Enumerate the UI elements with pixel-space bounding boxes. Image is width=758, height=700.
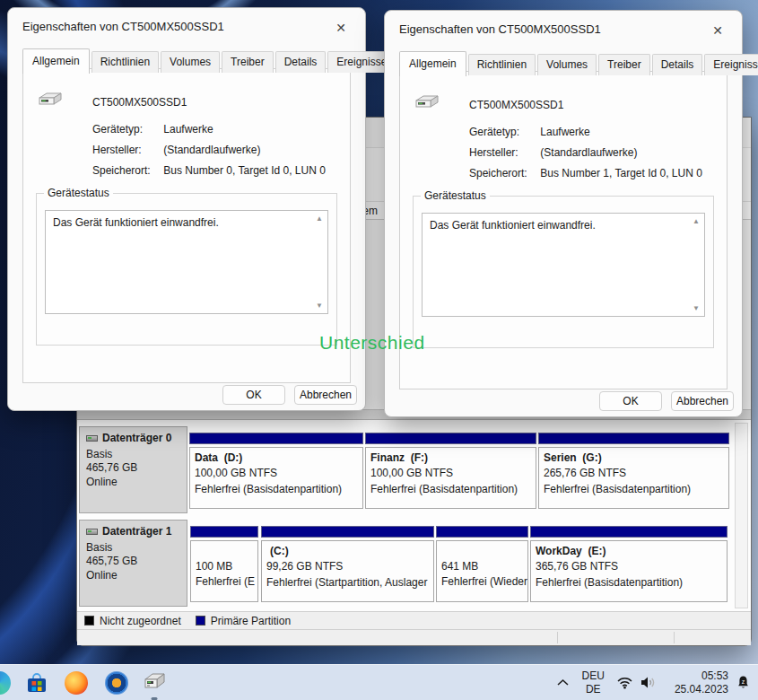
field-hersteller: Hersteller: (Standardlaufwerke) <box>92 144 341 156</box>
tab-strip: Allgemein Richtlinien Volumes Treiber De… <box>399 54 758 75</box>
language-indicator[interactable]: DEU DE <box>582 669 605 696</box>
partition-workday-e[interactable]: WorkDay (E:) 365,76 GB NTFS Fehlerfrei (… <box>530 526 728 602</box>
device-status-text: Das Gerät funktioniert einwandfrei. <box>53 216 306 229</box>
disk-0-label[interactable]: Datenträger 0 Basis 465,76 GB Online <box>79 426 187 513</box>
ok-button[interactable]: OK <box>599 391 662 411</box>
tab-treiber[interactable]: Treiber <box>222 51 274 73</box>
tab-treiber[interactable]: Treiber <box>598 54 650 75</box>
device-name: CT500MX500SSD1 <box>92 96 187 109</box>
tab-strip: Allgemein Richtlinien Volumes Treiber De… <box>22 51 397 73</box>
unallocated-swatch <box>84 616 94 626</box>
partition-system-reserved[interactable]: 100 MB Fehlerfrei (E <box>190 526 258 602</box>
vertical-scrollbar[interactable] <box>735 423 748 608</box>
groupbox-title: Gerätestatus <box>44 187 113 199</box>
taskbar: DEU DE 05:53 25.04.2023 <box>0 664 758 700</box>
scroll-up-icon[interactable]: ▲ <box>314 214 325 223</box>
device-status-text: Das Gerät funktioniert einwandfrei. <box>430 219 683 232</box>
disk-management-app-icon[interactable] <box>143 671 166 695</box>
disk-status: Online <box>86 569 180 583</box>
microsoft-store-icon[interactable] <box>25 671 48 695</box>
scroll-down-icon[interactable]: ▼ <box>314 302 325 310</box>
scroll-down-icon[interactable]: ▼ <box>691 304 701 312</box>
close-icon[interactable]: ✕ <box>704 19 731 42</box>
cancel-button[interactable]: Abbrechen <box>294 385 357 405</box>
partition-color-bar <box>190 526 258 538</box>
legend-primary-partition: Primäre Partition <box>196 615 291 627</box>
volume-icon[interactable] <box>640 676 657 689</box>
legend-label: Primäre Partition <box>211 615 291 627</box>
clock[interactable]: 05:53 25.04.2023 <box>675 669 728 696</box>
wifi-icon[interactable] <box>616 676 633 689</box>
partition-color-bar <box>189 433 363 444</box>
legend-unallocated: Nicht zugeordnet <box>84 615 181 627</box>
field-hersteller: Hersteller: (Standardlaufwerke) <box>469 146 718 159</box>
tab-page-allgemein: CT500MX500SSD1 Gerätetyp: Laufwerke Hers… <box>399 71 728 389</box>
graphical-view: Datenträger 0 Basis 465,76 GB Online Dat… <box>77 420 751 611</box>
disk-1-label[interactable]: Datenträger 1 Basis 465,75 GB Online <box>79 520 187 607</box>
system-tray: DEU DE 05:53 25.04.2023 <box>556 665 751 700</box>
tab-page-allgemein: CT500MX500SSD1 Gerätetyp: Laufwerke Hers… <box>22 68 351 383</box>
device-status-groupbox: Gerätestatus Das Gerät funktioniert einw… <box>36 193 337 346</box>
scroll-up-icon[interactable]: ▲ <box>691 217 701 225</box>
tray-overflow-chevron-icon[interactable] <box>556 678 570 687</box>
disk-row-0: Datenträger 0 Basis 465,76 GB Online Dat… <box>77 424 731 515</box>
disk-status: Online <box>86 476 180 490</box>
dialog-title: Eigenschaften von CT500MX500SSD1 <box>22 20 224 33</box>
tab-volumes[interactable]: Volumes <box>537 54 597 75</box>
properties-dialog-right: Eigenschaften von CT500MX500SSD1 ✕ Allge… <box>384 10 743 417</box>
cancel-button[interactable]: Abbrechen <box>671 391 734 411</box>
drive-device-icon <box>413 93 440 114</box>
groupbox-title: Gerätestatus <box>421 189 490 202</box>
partition-finanz-f[interactable]: Finanz (F:) 100,00 GB NTFS Fehlerfrei (B… <box>365 433 536 509</box>
status-bar <box>77 629 751 645</box>
field-speicherort: Speicherort: Bus Number 1, Target Id 0, … <box>469 167 718 179</box>
notification-bell-icon[interactable]: z <box>736 675 751 690</box>
ok-button[interactable]: OK <box>222 385 285 405</box>
tab-details[interactable]: Details <box>652 54 703 75</box>
disk-size: 465,75 GB <box>86 555 180 569</box>
disk-icon <box>86 529 98 535</box>
close-icon[interactable]: ✕ <box>327 16 354 39</box>
tab-ereignisse[interactable]: Ereignisse <box>704 54 758 75</box>
partition-color-bar <box>538 433 729 444</box>
svg-text:z: z <box>742 678 745 685</box>
tab-richtlinien[interactable]: Richtlinien <box>468 54 536 75</box>
legend-bar: Nicht zugeordnet Primäre Partition <box>77 611 751 629</box>
primary-partition-swatch <box>196 616 205 626</box>
field-geraetetyp: Gerätetyp: Laufwerke <box>469 126 718 138</box>
disk-type: Basis <box>86 541 180 556</box>
partition-serien-g[interactable]: Serien (G:) 265,76 GB NTFS Fehlerfrei (B… <box>538 433 729 509</box>
dialog-title: Eigenschaften von CT500MX500SSD1 <box>399 22 601 36</box>
partition-color-bar <box>530 526 728 538</box>
tab-allgemein[interactable]: Allgemein <box>399 51 466 76</box>
device-status-textbox[interactable]: Das Gerät funktioniert einwandfrei. ▲ ▼ <box>422 213 705 317</box>
edge-icon[interactable] <box>0 671 11 695</box>
device-status-textbox[interactable]: Das Gerät funktioniert einwandfrei. ▲ ▼ <box>45 210 328 314</box>
tab-richtlinien[interactable]: Richtlinien <box>91 51 159 73</box>
tab-allgemein[interactable]: Allgemein <box>22 48 90 74</box>
partition-recovery[interactable]: 641 MB Fehlerfrei (Wieder <box>436 526 528 602</box>
drive-device-icon <box>36 91 63 111</box>
device-name: CT500MX500SSD1 <box>469 99 563 111</box>
disk-name: Datenträger 0 <box>102 432 171 446</box>
disk-icon <box>86 435 98 442</box>
disk-size: 465,76 GB <box>86 461 180 476</box>
partition-color-bar <box>365 433 536 444</box>
clock-time: 05:53 <box>675 669 728 683</box>
field-geraetetyp: Gerätetyp: Laufwerke <box>92 123 341 136</box>
partition-data-d[interactable]: Data (D:) 100,00 GB NTFS Fehlerfrei (Bas… <box>189 433 363 509</box>
properties-dialog-left: Eigenschaften von CT500MX500SSD1 ✕ Allge… <box>7 7 366 411</box>
partition-color-bar <box>436 526 528 538</box>
disk-type: Basis <box>86 448 180 462</box>
firefox-icon[interactable] <box>65 671 88 695</box>
partition-c[interactable]: (C:) 99,26 GB NTFS Fehlerfrei (Startpart… <box>261 526 434 602</box>
field-speicherort: Speicherort: Bus Number 0, Target Id 0, … <box>92 164 341 177</box>
disk-name: Datenträger 1 <box>102 525 171 539</box>
difference-annotation: Unterschied <box>319 332 425 354</box>
tab-volumes[interactable]: Volumes <box>161 51 220 73</box>
tab-details[interactable]: Details <box>275 51 327 73</box>
legend-label: Nicht zugeordnet <box>100 615 181 627</box>
compass-app-icon[interactable] <box>105 671 128 695</box>
clock-date: 25.04.2023 <box>675 683 728 696</box>
partition-color-bar <box>261 526 434 538</box>
